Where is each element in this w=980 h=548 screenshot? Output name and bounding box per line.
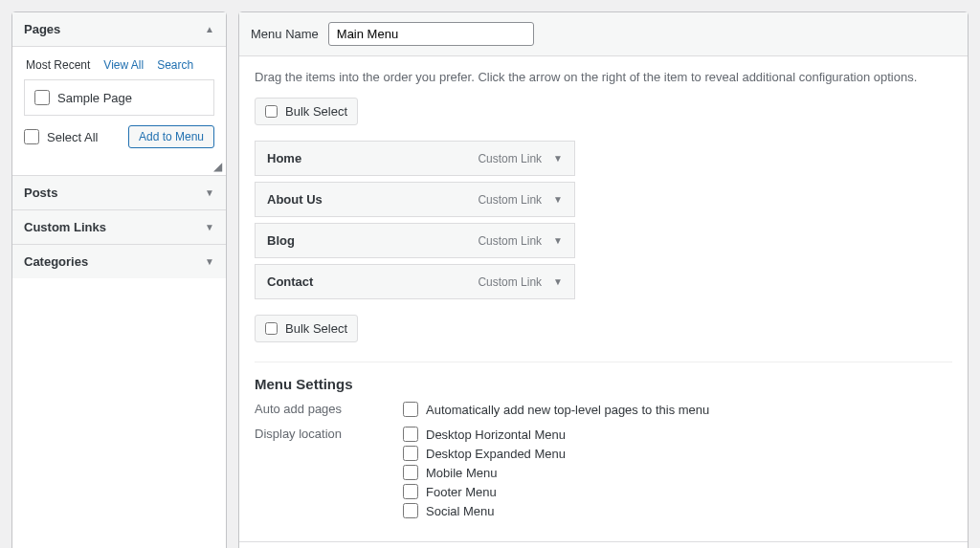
panel-custom-links-header[interactable]: Custom Links ▼ (12, 209, 226, 244)
menu-item-label: Blog (267, 233, 295, 248)
tab-search[interactable]: Search (157, 58, 193, 72)
menu-item-type: Custom Link (478, 275, 542, 289)
menu-item-about[interactable]: About Us Custom Link▼ (255, 182, 575, 217)
location-text: Desktop Expanded Menu (426, 447, 566, 461)
location-option[interactable]: Social Menu (403, 503, 566, 518)
select-all-checkbox[interactable] (24, 129, 39, 144)
auto-add-row: Auto add pages Automatically add new top… (255, 402, 952, 417)
panel-title: Posts (24, 186, 57, 200)
page-label: Sample Page (57, 91, 132, 105)
menu-body: Drag the items into the order you prefer… (239, 56, 968, 541)
menu-header: Menu Name (239, 12, 968, 56)
location-option[interactable]: Mobile Menu (403, 465, 566, 480)
caret-down-icon[interactable]: ▼ (553, 153, 563, 164)
select-all-row[interactable]: Select All (24, 129, 98, 144)
menu-item-type: Custom Link (478, 193, 542, 207)
menu-editor: Menu Name Drag the items into the order … (238, 11, 969, 548)
location-checkbox[interactable] (403, 503, 418, 518)
menu-item-contact[interactable]: Contact Custom Link▼ (255, 264, 575, 299)
menu-item-blog[interactable]: Blog Custom Link▼ (255, 223, 575, 258)
bulk-select-label: Bulk Select (285, 104, 347, 119)
menu-item-label: Home (267, 151, 301, 165)
caret-down-icon[interactable]: ▼ (553, 194, 563, 205)
pages-tabs: Most Recent View All Search (24, 58, 214, 72)
location-checkbox[interactable] (403, 465, 418, 480)
menu-item-type: Custom Link (478, 234, 542, 248)
panel-posts-header[interactable]: Posts ▼ (12, 175, 226, 209)
auto-add-label: Auto add pages (255, 402, 403, 416)
caret-down-icon: ▼ (205, 222, 214, 232)
panel-title: Custom Links (24, 220, 106, 234)
location-option[interactable]: Desktop Horizontal Menu (403, 427, 566, 442)
display-location-row: Display location Desktop Horizontal Menu… (255, 427, 952, 518)
menu-settings: Menu Settings Auto add pages Automatical… (255, 362, 952, 518)
location-text: Footer Menu (426, 485, 497, 499)
resize-handle-icon[interactable]: ◢ (12, 160, 226, 175)
panel-categories-header[interactable]: Categories ▼ (12, 244, 226, 278)
caret-down-icon[interactable]: ▼ (553, 235, 563, 246)
panel-actions: Select All Add to Menu (24, 125, 214, 148)
instructions-text: Drag the items into the order you prefer… (255, 70, 952, 84)
bulk-select-label: Bulk Select (285, 321, 347, 336)
select-all-label: Select All (47, 130, 98, 144)
page-item-sample[interactable]: Sample Page (34, 90, 204, 105)
bulk-select-checkbox[interactable] (265, 105, 278, 118)
settings-heading: Menu Settings (255, 376, 952, 392)
location-options: Desktop Horizontal Menu Desktop Expanded… (403, 427, 566, 518)
auto-add-text: Automatically add new top-level pages to… (426, 403, 709, 417)
location-checkbox[interactable] (403, 427, 418, 442)
caret-down-icon: ▼ (205, 256, 214, 267)
location-text: Social Menu (426, 504, 495, 518)
pages-list: Sample Page (24, 79, 214, 116)
meta-box-sidebar: Pages ▲ Most Recent View All Search Samp… (11, 11, 227, 548)
panel-title: Pages (24, 22, 60, 36)
caret-down-icon: ▼ (205, 187, 214, 198)
display-location-label: Display location (255, 427, 403, 441)
tab-most-recent[interactable]: Most Recent (26, 58, 90, 72)
panel-pages-header[interactable]: Pages ▲ (12, 12, 226, 46)
panel-pages-body: Most Recent View All Search Sample Page … (12, 46, 226, 160)
caret-up-icon: ▲ (205, 24, 214, 34)
page-checkbox[interactable] (34, 90, 50, 105)
menu-name-input[interactable] (328, 22, 534, 46)
location-text: Desktop Horizontal Menu (426, 427, 566, 442)
caret-down-icon[interactable]: ▼ (553, 276, 563, 287)
auto-add-checkbox[interactable] (403, 402, 418, 417)
menu-item-home[interactable]: Home Custom Link▼ (255, 141, 575, 176)
location-checkbox[interactable] (403, 484, 418, 499)
location-text: Mobile Menu (426, 466, 497, 480)
menu-items-list: Home Custom Link▼ About Us Custom Link▼ … (255, 141, 952, 299)
menu-item-label: About Us (267, 192, 323, 207)
panel-title: Categories (24, 254, 88, 269)
tab-view-all[interactable]: View All (103, 58, 144, 72)
menu-name-label: Menu Name (251, 27, 319, 41)
menu-item-label: Contact (267, 274, 313, 289)
auto-add-option[interactable]: Automatically add new top-level pages to… (403, 402, 709, 417)
menu-item-type: Custom Link (478, 152, 542, 165)
add-to-menu-button[interactable]: Add to Menu (128, 125, 214, 148)
location-checkbox[interactable] (403, 446, 418, 461)
bulk-select-bottom[interactable]: Bulk Select (255, 315, 358, 342)
bulk-select-top[interactable]: Bulk Select (255, 98, 358, 125)
location-option[interactable]: Footer Menu (403, 484, 566, 499)
bulk-select-checkbox[interactable] (265, 322, 278, 335)
location-option[interactable]: Desktop Expanded Menu (403, 446, 566, 461)
menu-footer: Save Menu Delete Menu (239, 541, 968, 548)
